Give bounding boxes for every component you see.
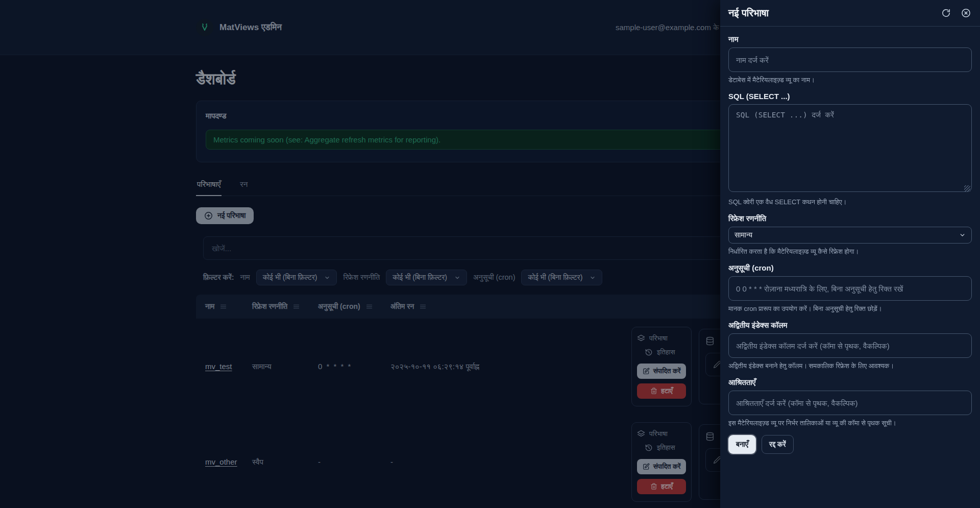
cron-field-label: अनुसूची (cron): [728, 263, 972, 273]
dependencies-field-label: आश्रितताएँ: [728, 378, 972, 387]
name-field-help: डेटाबेस में मैटेरियलाइज़्ड व्यू का नाम।: [728, 76, 972, 84]
drawer-form: नाम डेटाबेस में मैटेरियलाइज़्ड व्यू का न…: [720, 27, 980, 454]
unique-index-field-group: अद्वितीय इंडेक्स कॉलम अद्वितीय इंडेक्स ब…: [728, 321, 972, 370]
sql-field-help: SQL क्वेरी एक वैध SELECT कथन होनी चाहिए।: [728, 198, 972, 206]
drawer-footer-buttons: बनाएँ रद्द करें: [728, 435, 972, 454]
strategy-field-help: निर्धारित करता है कि मैटेरियलाइज़्ड व्यू…: [728, 248, 972, 256]
dependencies-field[interactable]: [728, 391, 972, 415]
dependencies-field-group: आश्रितताएँ इस मैटेरियलाइज़्ड व्यू पर निर…: [728, 378, 972, 427]
drawer-title: नई परिभाषा: [728, 7, 769, 19]
cron-field-group: अनुसूची (cron) मानक cron प्रारूप का उपयो…: [728, 263, 972, 313]
unique-index-field[interactable]: [728, 333, 972, 358]
cron-field[interactable]: [728, 276, 972, 301]
sql-field[interactable]: [728, 104, 972, 192]
unique-index-field-label: अद्वितीय इंडेक्स कॉलम: [728, 321, 972, 330]
dependencies-field-help: इस मैटेरियलाइज़्ड व्यू पर निर्भर तालिकाओ…: [728, 419, 972, 427]
create-button[interactable]: बनाएँ: [728, 435, 756, 454]
strategy-select-value: सामान्य: [734, 231, 752, 239]
strategy-select[interactable]: सामान्य: [728, 227, 972, 244]
sql-field-label: SQL (SELECT ...): [728, 92, 972, 101]
new-definition-drawer: नई परिभाषा नाम डेटाबेस में मैटेरियलाइज़्…: [720, 0, 980, 508]
cancel-button[interactable]: रद्द करें: [762, 435, 794, 454]
name-field-group: नाम डेटाबेस में मैटेरियलाइज़्ड व्यू का न…: [728, 35, 972, 84]
drawer-header: नई परिभाषा: [720, 0, 980, 27]
close-circle-icon: [961, 8, 971, 18]
sql-field-group: SQL (SELECT ...) SQL क्वेरी एक वैध SELEC…: [728, 92, 972, 206]
cron-field-help: मानक cron प्रारूप का उपयोग करें। बिना अन…: [728, 305, 972, 313]
close-drawer-button[interactable]: [961, 8, 971, 18]
strategy-field-group: रिफ्रेश रणनीति सामान्य निर्धारित करता है…: [728, 214, 972, 256]
name-field[interactable]: [728, 47, 972, 72]
unique-index-field-help: अद्वितीय इंडेक्स बनाने हेतु कॉलम। समकालि…: [728, 362, 972, 370]
refresh-icon: [941, 8, 951, 18]
name-field-label: नाम: [728, 35, 972, 44]
strategy-field-label: रिफ्रेश रणनीति: [728, 214, 972, 223]
refresh-button[interactable]: [941, 8, 951, 18]
chevron-down-icon: [959, 232, 966, 238]
